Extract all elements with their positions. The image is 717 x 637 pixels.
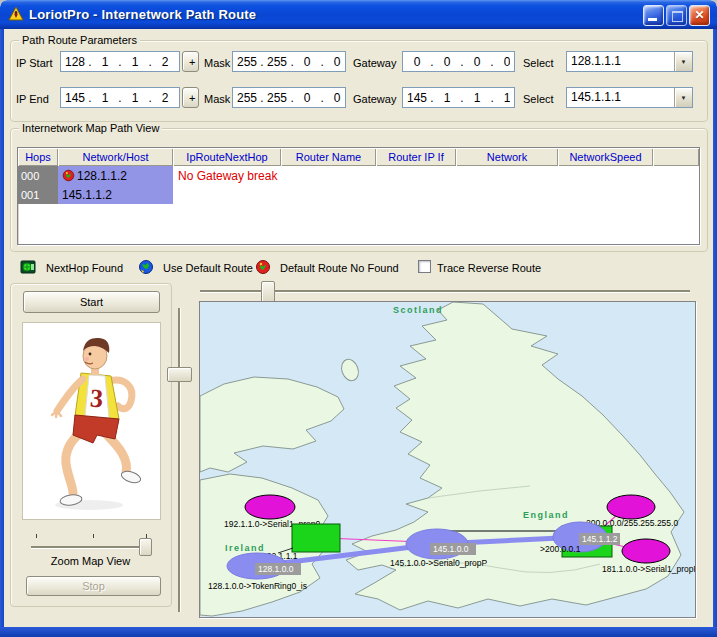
internetwork-map[interactable]: Scotland Ireland England 192.1.1.0->Seri… <box>199 301 696 618</box>
map-node-label: >200.0.0.1 <box>540 544 581 554</box>
zoom-map-view-label: Zoom Map View <box>20 555 161 567</box>
runner-illustration: 3 <box>22 322 161 520</box>
gateway-input-1[interactable] <box>402 51 515 72</box>
title-bar[interactable]: LoriotPro - Internetwork Path Route ✕ <box>0 0 717 29</box>
gateway-label-2: Gateway <box>353 93 396 105</box>
group-title-path-route-parameters: Path Route Parameters <box>19 34 140 46</box>
ip-end-plus-button[interactable]: + <box>182 87 199 108</box>
select-combo-2[interactable]: 145.1.1.1 ▼ <box>566 87 693 108</box>
use-default-route-icon <box>138 259 154 275</box>
maximize-icon <box>672 11 683 22</box>
network-host-cell: 145.1.1.2 <box>58 185 173 204</box>
ip-start-label: IP Start <box>16 57 52 69</box>
col-header-network[interactable]: Network <box>456 148 558 166</box>
col-header-network-host[interactable]: Network/Host <box>58 148 173 166</box>
map-node-tag: 145.1.1.2 <box>582 534 618 544</box>
select-label-2: Select <box>523 93 554 105</box>
ip-end-label: IP End <box>16 93 49 105</box>
runner-image: 3 <box>23 323 160 519</box>
select-combo-1[interactable]: 128.1.1.1 ▼ <box>566 51 693 72</box>
select-combo-2-value: 145.1.1.1 <box>567 88 674 107</box>
maximize-button[interactable] <box>666 5 687 26</box>
gateway-label-1: Gateway <box>353 57 396 69</box>
ip-start-input[interactable] <box>60 51 180 72</box>
col-header-filler <box>653 148 699 166</box>
network-host-value: 145.1.1.2 <box>62 188 112 202</box>
stop-button[interactable]: Stop <box>26 576 161 596</box>
default-route-no-found-icon <box>62 169 75 182</box>
next-hop-message: No Gateway break <box>173 166 277 185</box>
window-border-right <box>713 29 717 627</box>
map-node-tag: 145.1.0.0 <box>433 544 469 554</box>
runner-bib-number: 3 <box>89 384 104 414</box>
minimize-button[interactable] <box>643 5 664 26</box>
map-node-label: 145.1.0.0->Serial0_propP <box>390 558 487 568</box>
gateway-input-2[interactable] <box>402 87 515 108</box>
mask-label-1: Mask <box>204 57 230 69</box>
col-header-networkspeed[interactable]: NetworkSpeed <box>558 148 653 166</box>
app-window: LoriotPro - Internetwork Path Route ✕ Pa… <box>0 0 717 637</box>
table-row-hop-000[interactable]: 000 128.1.1.2 No Gateway break <box>18 166 699 185</box>
select-combo-1-value: 128.1.1.1 <box>567 52 674 71</box>
mask-input-2[interactable] <box>232 87 346 108</box>
network-host-value: 128.1.1.2 <box>77 169 127 183</box>
ip-end-input[interactable] <box>60 87 180 108</box>
legend-nexthop-found-label: NextHop Found <box>46 262 123 274</box>
map-vertical-slider-track[interactable] <box>178 308 180 612</box>
col-header-iproutenexthop[interactable]: IpRouteNextHop <box>173 148 281 166</box>
map-canvas: Scotland Ireland England 192.1.1.0->Seri… <box>200 302 695 617</box>
start-button[interactable]: Start <box>23 291 160 313</box>
hops-cell: 001 <box>18 185 58 204</box>
select-combo-1-dropdown-button[interactable]: ▼ <box>674 52 692 71</box>
mask-input-1[interactable] <box>232 51 346 72</box>
window-border-bottom <box>0 627 717 637</box>
trace-reverse-route-checkbox[interactable] <box>418 260 431 273</box>
mask-label-2: Mask <box>204 93 230 105</box>
app-logo-icon <box>8 6 24 22</box>
window-title: LoriotPro - Internetwork Path Route <box>29 0 256 28</box>
zoom-slider-track[interactable] <box>31 546 152 548</box>
select-combo-2-dropdown-button[interactable]: ▼ <box>674 88 692 107</box>
region-label-england: England <box>523 510 569 520</box>
region-label-ireland: Ireland <box>225 543 265 553</box>
map-node-tag: 128.1.0.0 <box>258 564 294 574</box>
chevron-down-icon: ▼ <box>681 95 687 101</box>
col-header-router-name[interactable]: Router Name <box>281 148 376 166</box>
map-node-label: 128.1.0.0->TokenRing0_is <box>208 581 307 591</box>
path-view-table-header: Hops Network/Host IpRouteNextHop Router … <box>18 148 699 166</box>
trace-reverse-route-label: Trace Reverse Route <box>437 262 541 274</box>
group-title-map-path-view: Internetwork Map Path View <box>19 122 162 134</box>
network-host-cell: 128.1.1.2 <box>58 166 173 185</box>
select-label-1: Select <box>523 57 554 69</box>
slider-tick <box>36 534 37 538</box>
close-button[interactable]: ✕ <box>689 5 710 26</box>
col-header-hops[interactable]: Hops <box>18 148 58 166</box>
region-label-scotland: Scotland <box>393 305 443 315</box>
hops-cell: 000 <box>18 166 58 185</box>
next-hop-message <box>173 185 178 204</box>
close-icon: ✕ <box>690 6 709 25</box>
map-node-label: 181.1.0.0->Serial1_propP <box>602 564 695 574</box>
nexthop-found-icon <box>20 259 36 275</box>
col-header-router-ip-if[interactable]: Router IP If <box>376 148 456 166</box>
legend-default-route-no-found-label: Default Route No Found <box>280 262 399 274</box>
chevron-down-icon: ▼ <box>681 59 687 65</box>
slider-tick <box>93 534 94 538</box>
default-route-no-found-icon <box>255 259 271 275</box>
legend-use-default-route-label: Use Default Route <box>163 262 253 274</box>
minimize-icon <box>648 18 657 21</box>
table-row-hop-001[interactable]: 001 145.1.1.2 <box>18 185 699 204</box>
ip-start-plus-button[interactable]: + <box>182 51 199 72</box>
window-border-left <box>0 29 4 627</box>
map-horizontal-slider-thumb[interactable] <box>261 281 275 303</box>
zoom-slider-thumb[interactable] <box>139 538 152 556</box>
map-vertical-slider-thumb[interactable] <box>167 367 192 382</box>
path-view-table: Hops Network/Host IpRouteNextHop Router … <box>17 147 700 245</box>
